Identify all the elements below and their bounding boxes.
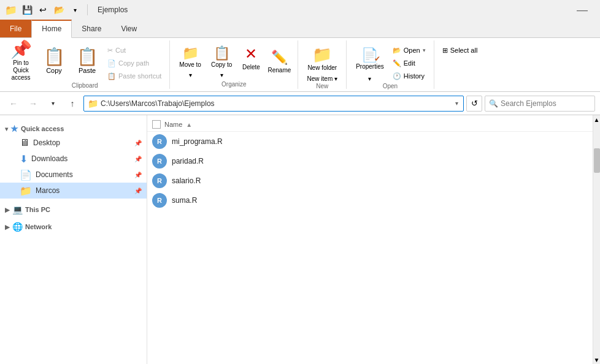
history-button[interactable]: 🕐 History — [390, 70, 429, 82]
sidebar-item-documents[interactable]: 📄 Documents 📌 — [0, 167, 147, 183]
select-all-checkbox[interactable] — [152, 120, 161, 129]
new-group: 📁 New folder New item ▾ New — [298, 40, 347, 89]
refresh-button[interactable]: ↺ — [466, 96, 482, 112]
copy-to-button[interactable]: 📋 Copy to — [207, 43, 236, 70]
search-icon: 🔍 — [489, 99, 498, 108]
copy-to-split[interactable]: 📋 Copy to ▾ — [207, 43, 236, 79]
copy-label: Copy — [46, 67, 62, 74]
minimize-button[interactable]: — — [569, 1, 595, 19]
sidebar-item-downloads[interactable]: ⬇ Downloads 📌 — [0, 151, 147, 167]
desktop-label: Desktop — [33, 138, 60, 147]
vertical-scrollbar[interactable]: ▲ ▼ — [593, 115, 600, 364]
search-box[interactable]: 🔍 — [485, 96, 595, 112]
organize-content: 📁 Move to ▾ 📋 Copy to ▾ ✕ Delete ✏️ — [175, 40, 293, 81]
address-folder-icon: 📁 — [88, 99, 98, 108]
move-to-split[interactable]: 📁 Move to ▾ — [175, 43, 206, 79]
this-pc-header[interactable]: ▶ 💻 This PC — [0, 201, 147, 216]
copy-to-dropdown[interactable]: ▾ — [207, 70, 236, 79]
paste-button[interactable]: 📋 Paste — [71, 43, 103, 80]
new-folder-button[interactable]: 📁 New folder — [303, 43, 341, 74]
address-bar[interactable]: 📁 C:\Users\Marcos\Trabajo\Ejemplos ▾ — [83, 96, 464, 112]
pin-label: Pin to Quick access — [7, 59, 35, 82]
scroll-thumb[interactable] — [594, 148, 600, 173]
paste-shortcut-button[interactable]: 📋 Paste shortcut — [104, 70, 164, 82]
file-name-mi-programa: mi_programa.R — [172, 137, 223, 146]
new-item-dropdown[interactable]: New item ▾ — [303, 74, 341, 83]
desktop-pin-icon: 📌 — [134, 140, 142, 146]
properties-check-icon: ✔ — [374, 55, 380, 63]
new-folder-label: New folder — [307, 64, 337, 71]
cut-icon: ✂ — [107, 47, 113, 55]
network-icon: 🌐 — [12, 222, 23, 232]
move-to-button[interactable]: 📁 Move to — [175, 43, 206, 70]
file-item-salario[interactable]: R salario.R — [147, 171, 593, 191]
this-pc-expand-icon: ▶ — [5, 207, 10, 213]
title-separator — [87, 4, 88, 15]
scroll-up-button[interactable]: ▲ — [593, 115, 600, 124]
quick-undo-button[interactable]: ↩ — [36, 2, 50, 17]
select-all-label: Select all — [450, 47, 478, 54]
cut-button[interactable]: ✂ Cut — [104, 44, 164, 56]
address-text: C:\Users\Marcos\Trabajo\Ejemplos — [101, 99, 452, 108]
quick-dropdown-button[interactable]: ▾ — [67, 2, 82, 17]
clipboard-group: 📌 Pin to Quick access 📋 Copy 📋 Paste ✂ C… — [0, 40, 170, 89]
downloads-label: Downloads — [31, 154, 67, 163]
r-file-icon-mi-programa: R — [152, 134, 167, 149]
quick-access-header[interactable]: ▾ ★ Quick access — [0, 120, 147, 135]
quick-folder-button[interactable]: 📂 — [52, 2, 66, 17]
tab-view[interactable]: View — [111, 20, 147, 37]
copy-button[interactable]: 📋 Copy — [38, 43, 70, 80]
window-title: Ejemplos — [93, 6, 567, 14]
open-content: 📄 ✔ Properties ▾ 📂 Open ▾ ✏️ Edit — [352, 40, 429, 83]
edit-label: Edit — [404, 59, 415, 67]
address-dropdown-button[interactable]: ▾ — [454, 99, 460, 108]
forward-button[interactable]: → — [25, 95, 42, 112]
organize-group: 📁 Move to ▾ 📋 Copy to ▾ ✕ Delete ✏️ — [170, 40, 298, 89]
quick-save-button[interactable]: 💾 — [20, 2, 34, 17]
title-bar: 📁 💾 ↩ 📂 ▾ Ejemplos — — [0, 0, 600, 20]
file-item-paridad[interactable]: R paridad.R — [147, 151, 593, 171]
rename-icon: ✏️ — [271, 50, 288, 66]
sidebar-item-desktop[interactable]: 🖥 Desktop 📌 — [0, 135, 147, 151]
new-folder-icon: 📁 — [312, 45, 332, 64]
pin-to-quick-access-button[interactable]: 📌 Pin to Quick access — [5, 43, 37, 80]
copy-path-label: Copy path — [118, 59, 149, 67]
up-button[interactable]: ↑ — [64, 95, 81, 112]
file-item-suma[interactable]: R suma.R — [147, 191, 593, 210]
name-column-header[interactable]: Name — [164, 121, 182, 128]
open-dropdown[interactable]: ▾ — [423, 47, 426, 53]
copy-path-button[interactable]: 📄 Copy path — [104, 57, 164, 69]
move-to-dropdown[interactable]: ▾ — [175, 70, 206, 79]
new-folder-split[interactable]: 📁 New folder New item ▾ — [303, 43, 341, 83]
paste-icon: 📋 — [77, 48, 98, 66]
file-item-mi-programa[interactable]: R mi_programa.R — [147, 132, 593, 151]
sidebar-item-marcos[interactable]: 📁 Marcos 📌 — [0, 183, 147, 199]
network-label: Network — [25, 223, 52, 230]
tab-home[interactable]: Home — [31, 20, 72, 38]
rename-label: Rename — [267, 67, 291, 74]
edit-icon: ✏️ — [393, 59, 401, 67]
open-label: Open — [383, 83, 398, 91]
network-header[interactable]: ▶ 🌐 Network — [0, 218, 147, 233]
properties-button[interactable]: 📄 ✔ Properties — [352, 43, 388, 74]
network-expand-icon: ▶ — [5, 224, 10, 230]
sidebar: ▾ ★ Quick access 🖥 Desktop 📌 ⬇ Downloads… — [0, 115, 147, 364]
recent-dropdown-button[interactable]: ▾ — [44, 95, 61, 112]
select-all-button[interactable]: ⊞ Select all — [439, 44, 481, 56]
tab-file[interactable]: File — [0, 20, 31, 37]
properties-dropdown[interactable]: ▾ — [352, 74, 388, 83]
tab-share[interactable]: Share — [72, 20, 111, 37]
properties-split[interactable]: 📄 ✔ Properties ▾ — [352, 43, 388, 83]
this-pc-label: This PC — [25, 206, 50, 213]
search-input[interactable] — [501, 99, 593, 108]
edit-button[interactable]: ✏️ Edit — [390, 57, 429, 69]
paste-shortcut-label: Paste shortcut — [118, 72, 161, 80]
open-button[interactable]: 📂 Open ▾ — [390, 44, 429, 56]
scroll-down-button[interactable]: ▼ — [593, 355, 600, 364]
back-button[interactable]: ← — [5, 95, 22, 112]
rename-button[interactable]: ✏️ Rename — [266, 43, 293, 80]
select-content: ⊞ Select all — [439, 40, 481, 89]
properties-label: Properties — [356, 63, 384, 70]
open-group: 📄 ✔ Properties ▾ 📂 Open ▾ ✏️ Edit — [347, 40, 434, 89]
delete-button[interactable]: ✕ Delete — [237, 44, 264, 71]
